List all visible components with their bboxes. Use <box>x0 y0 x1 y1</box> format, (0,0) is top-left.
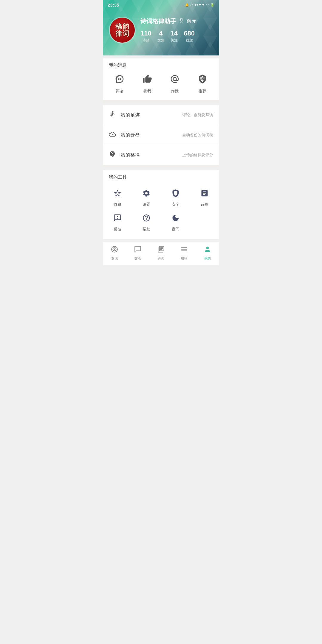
msg-mention[interactable]: @我 <box>161 74 189 94</box>
recommend-icon: 荐 <box>198 74 207 86</box>
profile-info: 诗词格律助手 🎖 解元 110 诗贴 4 文集 14 关注 680 <box>140 17 213 43</box>
menu-format[interactable]: 我的格律 上传的格律及评分 <box>103 145 219 165</box>
poems-count: 110 <box>140 30 151 37</box>
stat-followers[interactable]: 680 粉丝 <box>184 30 195 43</box>
footprint-icon <box>109 111 118 120</box>
tools-grid: 收藏 设置 安全 诗豆 反馈 <box>103 182 219 239</box>
exchange-nav-label: 交流 <box>134 256 141 261</box>
stat-poems[interactable]: 110 诗贴 <box>140 30 151 43</box>
avatar-text: 稿 韵 律 词 <box>115 23 129 37</box>
poetry-nav-label: 诗词 <box>158 256 164 261</box>
nav-poetry[interactable]: 诗词 <box>149 245 173 261</box>
stats-row: 110 诗贴 4 文集 14 关注 680 粉丝 <box>140 30 213 43</box>
messages-title: 我的消息 <box>103 58 219 71</box>
format-text: 我的格律 <box>121 152 182 158</box>
tool-shidou[interactable]: 诗豆 <box>190 185 219 210</box>
tool-feedback[interactable]: 反馈 <box>103 210 132 234</box>
avatar-inner: 稿 韵 律 词 <box>110 18 135 43</box>
settings-icon <box>142 189 151 199</box>
rank-label: 解元 <box>187 18 196 24</box>
like-label: 赞我 <box>143 89 151 94</box>
footprint-sub: 评论、点赞及拜访 <box>182 112 213 118</box>
stat-following[interactable]: 14 关注 <box>171 30 178 43</box>
bluetooth-icon: ⬦ <box>182 3 184 7</box>
recommend-label: 推荐 <box>199 89 206 94</box>
collections-label: 文集 <box>157 38 165 43</box>
profile-top: 稿 韵 律 词 诗词格律助手 🎖 解元 110 诗贴 4 文集 <box>103 12 219 48</box>
username: 诗词格律助手 <box>140 17 176 25</box>
bottom-nav: 发现 交流 诗词 格律 我的 <box>103 242 219 265</box>
alarm-icon: ⏱ <box>190 3 193 7</box>
cloud-icon <box>109 131 118 140</box>
comment-icon <box>115 74 124 86</box>
footprint-text: 我的足迹 <box>121 112 182 118</box>
help-icon <box>142 214 151 224</box>
tool-help[interactable]: 帮助 <box>132 210 161 234</box>
security-label: 安全 <box>172 202 179 207</box>
tool-security[interactable]: 安全 <box>161 185 190 210</box>
tool-night[interactable]: 夜间 <box>161 210 190 234</box>
signal-icon: ▾▾▼▼ <box>195 3 205 7</box>
message-icons: 评论 赞我 @我 荐 推荐 <box>103 71 219 100</box>
mention-icon <box>170 74 179 86</box>
feedback-label: 反馈 <box>114 227 121 232</box>
comment-label: 评论 <box>116 89 123 94</box>
tool-settings[interactable]: 设置 <box>132 185 161 210</box>
svg-text:荐: 荐 <box>201 77 205 81</box>
exchange-nav-icon <box>134 245 142 255</box>
cloud-text: 我的云盘 <box>121 132 182 138</box>
like-icon <box>143 74 152 86</box>
nav-exchange[interactable]: 交流 <box>126 245 149 261</box>
shidou-icon <box>200 189 209 199</box>
menu-footprint[interactable]: 我的足迹 评论、点赞及拜访 <box>103 105 219 125</box>
status-bar: 23:35 ⬦ 🔔 ⏱ ▾▾▼▼ ◠ 🔋 <box>103 0 219 9</box>
divider-1 <box>103 100 219 102</box>
feedback-icon <box>113 214 122 224</box>
msg-like[interactable]: 赞我 <box>134 74 161 94</box>
tool-collect[interactable]: 收藏 <box>103 185 132 210</box>
msg-comment[interactable]: 评论 <box>106 74 134 94</box>
followers-label: 粉丝 <box>186 38 193 43</box>
mine-nav-icon <box>204 245 211 255</box>
nav-mine[interactable]: 我的 <box>196 245 219 261</box>
night-icon <box>171 214 180 224</box>
status-icons: ⬦ 🔔 ⏱ ▾▾▼▼ ◠ 🔋 <box>182 3 214 7</box>
tools-title: 我的工具 <box>103 170 219 182</box>
nav-rules[interactable]: 格律 <box>173 245 196 261</box>
rules-nav-label: 格律 <box>181 256 188 261</box>
mine-nav-label: 我的 <box>204 256 211 261</box>
collect-label: 收藏 <box>114 202 121 207</box>
cloud-sub: 自动备份的诗词稿 <box>182 132 213 138</box>
rules-nav-icon <box>180 245 188 255</box>
collections-count: 4 <box>159 30 163 37</box>
discover-nav-label: 发现 <box>111 256 118 261</box>
stat-collections[interactable]: 4 文集 <box>157 30 165 43</box>
menu-cloud[interactable]: 我的云盘 自动备份的诗词稿 <box>103 125 219 145</box>
following-count: 14 <box>171 30 178 37</box>
security-icon <box>171 189 180 199</box>
collect-icon <box>113 189 122 199</box>
mute-icon: 🔔 <box>185 3 189 7</box>
divider-2 <box>103 165 219 167</box>
menu-section: 我的足迹 评论、点赞及拜访 我的云盘 自动备份的诗词稿 我的格律 上传的格律及评… <box>103 105 219 165</box>
format-icon <box>109 151 118 160</box>
avatar[interactable]: 稿 韵 律 词 <box>109 17 136 44</box>
followers-count: 680 <box>184 30 195 37</box>
msg-recommend[interactable]: 荐 推荐 <box>189 74 216 94</box>
format-sub: 上传的格律及评分 <box>182 152 213 158</box>
battery-icon: 🔋 <box>210 3 214 7</box>
poetry-nav-icon <box>157 245 165 255</box>
tools-section: 我的工具 收藏 设置 安全 诗豆 <box>103 170 219 239</box>
discover-nav-icon <box>111 245 118 255</box>
night-label: 夜间 <box>172 227 179 232</box>
poems-label: 诗贴 <box>142 38 149 43</box>
settings-label: 设置 <box>143 202 150 207</box>
mention-label: @我 <box>171 89 179 94</box>
following-label: 关注 <box>171 38 178 43</box>
badge-icon: 🎖 <box>179 18 185 25</box>
messages-section: 我的消息 评论 赞我 @我 荐 推荐 <box>103 58 219 100</box>
status-time: 23:35 <box>108 2 119 7</box>
nav-discover[interactable]: 发现 <box>103 245 126 261</box>
shidou-label: 诗豆 <box>201 202 208 207</box>
help-label: 帮助 <box>143 227 150 232</box>
